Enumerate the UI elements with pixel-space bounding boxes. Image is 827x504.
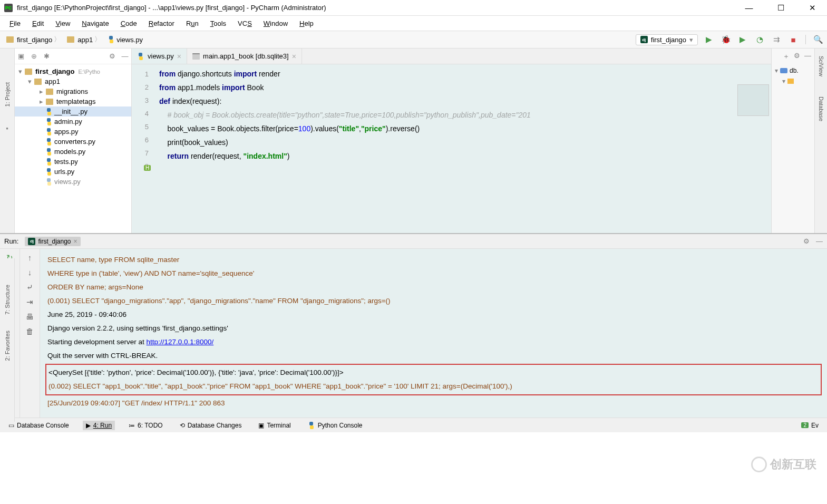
tree-file-views[interactable]: views.py xyxy=(15,177,131,187)
console-line: WHERE type in ('table', 'view') AND NOT … xyxy=(47,267,820,280)
menu-navigate[interactable]: Navigate xyxy=(76,18,114,28)
console-line: <QuerySet [{'title': 'python', 'price': … xyxy=(48,366,819,380)
menu-refactor[interactable]: Refactor xyxy=(143,18,180,28)
close-icon[interactable]: × xyxy=(74,238,77,245)
close-tab-icon[interactable]: × xyxy=(177,52,181,61)
sb-run[interactable]: ▶ 4: Run xyxy=(83,421,115,430)
folder-icon xyxy=(46,99,53,105)
tab-favorites[interactable]: 2: Favorites xyxy=(4,331,11,361)
table-icon xyxy=(192,53,200,60)
hide-button[interactable]: — xyxy=(121,52,129,60)
menu-window[interactable]: Window xyxy=(258,18,293,28)
coverage-button[interactable]: ▶ xyxy=(738,35,747,44)
console-line: Django version 2.2.2, using settings 'fi… xyxy=(47,322,820,335)
profile-button[interactable]: ◔ xyxy=(755,35,764,44)
minimize-button[interactable]: — xyxy=(738,3,760,13)
schema-icon xyxy=(787,79,794,84)
console-line: [25/Jun/2019 09:40:07] "GET /index/ HTTP… xyxy=(47,396,820,410)
crumb-project[interactable]: first_django〉 xyxy=(4,34,63,45)
run-button[interactable]: ▶ xyxy=(704,35,714,44)
tab-views-py[interactable]: views.py× xyxy=(132,49,187,64)
settings-button[interactable]: ⚙ xyxy=(803,237,810,245)
tree-file-admin[interactable]: admin.py xyxy=(15,117,131,127)
search-everywhere-button[interactable]: 🔍 xyxy=(813,35,823,44)
menu-run[interactable]: Run xyxy=(181,18,204,28)
add-datasource-icon[interactable]: ＋ xyxy=(783,52,790,61)
close-button[interactable]: ✕ xyxy=(802,3,823,13)
tree-file-converters[interactable]: converters.py xyxy=(15,137,131,147)
menu-bar: File Edit View Navigate Code Refactor Ru… xyxy=(0,16,827,31)
menu-help[interactable]: Help xyxy=(294,18,319,28)
tab-sciview[interactable]: SciView xyxy=(818,54,824,79)
menu-vcs[interactable]: VCS xyxy=(232,18,257,28)
code-editor[interactable]: from django.shortcuts import render from… xyxy=(153,64,771,233)
tab-database[interactable]: Database xyxy=(818,94,824,123)
console-line: ORDER BY name; args=None xyxy=(47,280,820,294)
concurrency-button[interactable]: ⇉ xyxy=(772,35,781,44)
expand-all-icon[interactable]: ⊕ xyxy=(30,52,38,60)
sb-db-changes[interactable]: ⟲ Database Changes xyxy=(177,421,245,430)
navigation-bar: first_django〉 app1〉 views.py dj first_dj… xyxy=(0,31,827,49)
db-schema[interactable]: ▾ xyxy=(775,76,811,86)
hide-button[interactable]: — xyxy=(804,52,811,61)
tab-structure[interactable]: 7: Structure xyxy=(4,285,11,315)
soft-wrap-button[interactable]: ⤶ xyxy=(25,283,35,292)
tree-file-apps[interactable]: apps.py xyxy=(15,127,131,137)
hide-button[interactable]: — xyxy=(816,237,823,245)
tab-project[interactable]: 1: Project xyxy=(4,80,11,109)
debug-button[interactable]: 🐞 xyxy=(721,35,731,44)
console-line: (0.001) SELECT "django_migrations"."app"… xyxy=(47,294,820,308)
highlighted-output: <QuerySet [{'title': 'python', 'price': … xyxy=(45,364,822,395)
menu-tools[interactable]: Tools xyxy=(205,18,231,28)
close-tab-icon[interactable]: × xyxy=(292,52,296,61)
menu-view[interactable]: View xyxy=(50,18,75,28)
db-root[interactable]: ▾db. xyxy=(775,65,811,76)
menu-code[interactable]: Code xyxy=(115,18,142,28)
project-tree[interactable]: ▾first_djangoE:\Pytho ▾app1 ▸migrations … xyxy=(15,64,131,233)
pycharm-icon: PC xyxy=(4,4,13,12)
scroll-end-button[interactable]: ⇥ xyxy=(25,297,35,307)
settings-button[interactable]: ⚙ xyxy=(794,52,800,61)
folder-icon xyxy=(34,79,42,85)
run-header: Run: djfirst_django× ⚙ — xyxy=(0,234,827,249)
collapse-all-icon[interactable]: ✱ xyxy=(42,52,51,60)
print-button[interactable]: 🖶 xyxy=(25,312,35,322)
crumb-file[interactable]: views.py xyxy=(105,35,145,45)
tree-file-init[interactable]: __init__.py xyxy=(15,106,131,117)
maximize-button[interactable]: ☐ xyxy=(770,3,791,13)
menu-edit[interactable]: Edit xyxy=(27,18,49,28)
stop-button[interactable]: ■ xyxy=(789,35,798,44)
crumb-app[interactable]: app1〉 xyxy=(65,34,103,45)
tree-app1[interactable]: ▾app1 xyxy=(15,76,131,86)
run-config-selector[interactable]: dj first_django ▾ xyxy=(636,34,698,45)
select-opened-file-icon[interactable]: ▣ xyxy=(17,52,25,60)
sb-event-log[interactable]: 2 Ev xyxy=(798,421,822,430)
sb-python-console[interactable]: Python Console xyxy=(305,421,366,430)
sb-todo[interactable]: ≔ 6: TODO xyxy=(125,421,166,430)
tree-migrations[interactable]: ▸migrations xyxy=(15,86,131,96)
clear-button[interactable]: 🗑 xyxy=(25,327,35,336)
tab-db-table[interactable]: main.app1_book [db.sqlite3]× xyxy=(187,49,302,64)
down-button[interactable]: ↓ xyxy=(25,268,35,277)
tree-file-tests[interactable]: tests.py xyxy=(15,157,131,167)
server-url-link[interactable]: http://127.0.0.1:8000/ xyxy=(147,338,214,346)
tree-file-models[interactable]: models.py xyxy=(15,147,131,157)
editor-area: views.py× main.app1_book [db.sqlite3]× 1… xyxy=(132,49,771,233)
tree-templatetags[interactable]: ▸templatetags xyxy=(15,96,131,106)
menu-file[interactable]: File xyxy=(4,18,26,28)
django-icon: dj xyxy=(640,36,648,43)
run-tab-django[interactable]: djfirst_django× xyxy=(25,237,80,246)
sb-database-console[interactable]: ▭ Database Console xyxy=(5,421,72,430)
tree-file-urls[interactable]: urls.py xyxy=(15,167,131,177)
tree-root[interactable]: ▾first_djangoE:\Pytho xyxy=(15,66,131,76)
settings-button[interactable]: ⚙ xyxy=(108,52,116,60)
up-button[interactable]: ↑ xyxy=(25,253,35,263)
python-icon xyxy=(45,138,53,146)
title-bar: PC first_django [E:\PythonProject\first_… xyxy=(0,0,827,16)
console-output[interactable]: SELECT name, type FROM sqlite_master WHE… xyxy=(40,249,827,418)
code-minimap[interactable] xyxy=(737,84,769,116)
folder-small-icon: ▪ xyxy=(6,124,8,132)
window-controls: — ☐ ✕ xyxy=(738,3,823,13)
sb-terminal[interactable]: ▣ Terminal xyxy=(255,421,294,430)
django-icon: dj xyxy=(28,238,35,245)
